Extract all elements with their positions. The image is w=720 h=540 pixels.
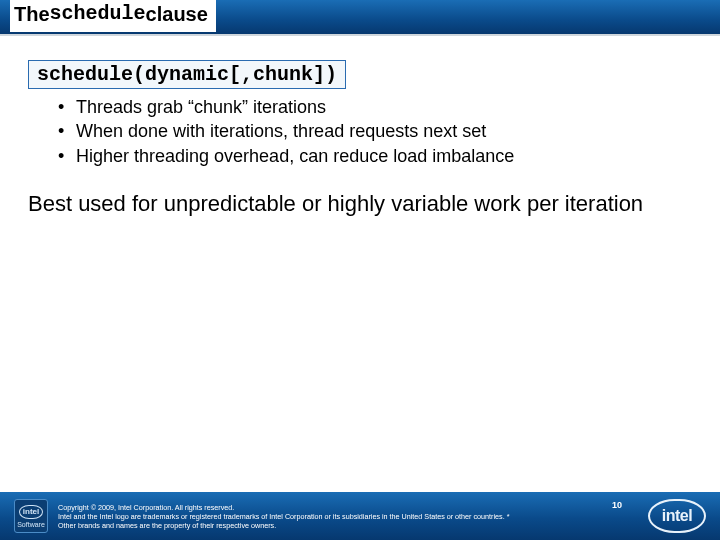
syntax-box: schedule(dynamic[,chunk]) [28,60,346,89]
summary-text: Best used for unpredictable or highly va… [28,190,692,219]
intel-badge-icon: intel [19,505,43,519]
footer-copyright: Copyright © 2009, Intel Corporation. All… [58,503,528,512]
bullet-item: Threads grab “chunk” iterations [58,95,692,119]
bullet-item: Higher threading overhead, can reduce lo… [58,144,692,168]
intel-logo-icon: intel [648,499,706,533]
title-bar: The schedule clause [0,0,720,36]
footer-trademark: Intel and the Intel logo are trademarks … [58,512,528,530]
slide-body: schedule(dynamic[,chunk]) Threads grab “… [0,36,720,218]
intel-software-badge: intel Software [14,499,48,533]
bullet-item: When done with iterations, thread reques… [58,119,692,143]
slide-title: The schedule clause [10,0,216,32]
intel-logo: intel [648,499,706,533]
title-pre: The [14,0,50,29]
footer-copy: Copyright © 2009, Intel Corporation. All… [58,503,528,530]
slide: The schedule clause schedule(dynamic[,ch… [0,0,720,540]
bullet-list: Threads grab “chunk” iterations When don… [28,95,692,168]
title-mid: clause [146,0,208,29]
intel-badge-sub: Software [17,521,45,528]
summary-line: Best used for unpredictable or highly va… [28,190,692,219]
title-code: schedule [50,0,146,29]
footer-bar: intel Software Copyright © 2009, Intel C… [0,492,720,540]
page-number: 10 [612,500,622,510]
